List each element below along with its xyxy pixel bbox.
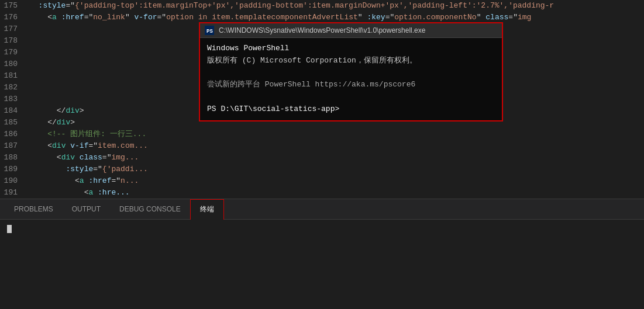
code-line-188: 188 <div class="img... (0, 152, 644, 164)
line-number: 178 (0, 35, 23, 47)
line-content: <div v-if="item.com... (23, 140, 644, 152)
line-number: 188 (0, 152, 23, 164)
line-content: :style="{'padding-top':item.marginTop+'p… (23, 0, 644, 12)
code-line-176: 176 <a :href="no_link" v-for="option in … (0, 12, 644, 23)
bottom-panel: PROBLEMS OUTPUT DEBUG CONSOLE 终端 (0, 199, 644, 309)
line-number: 184 (0, 105, 23, 117)
line-number: 191 (0, 187, 23, 199)
ps-line-3 (207, 67, 495, 79)
ps-copyright-text: 版权所有 (C) Microsoft Corporation，保留所有权利。 (207, 56, 417, 65)
powershell-popup[interactable]: PS C:\WINDOWS\Sysnative\WindowsPowerShel… (199, 22, 503, 121)
ps-line-2: 版权所有 (C) Microsoft Corporation，保留所有权利。 (207, 55, 495, 67)
powershell-icon: PS (205, 26, 214, 35)
line-number: 186 (0, 129, 23, 140)
line-number: 183 (0, 93, 23, 105)
code-line-187: 187 <div v-if="item.com... (0, 140, 644, 152)
tab-problems[interactable]: PROBLEMS (5, 199, 63, 220)
powershell-content: Windows PowerShell 版权所有 (C) Microsoft Co… (200, 38, 502, 120)
code-line-186: 186 <!-- 图片组件: 一行三... (0, 129, 644, 140)
svg-text:PS: PS (206, 29, 213, 34)
line-content: <div class="img... (23, 152, 644, 164)
tab-output[interactable]: OUTPUT (63, 199, 110, 220)
line-number: 179 (0, 47, 23, 58)
tab-debug-console[interactable]: DEBUG CONSOLE (110, 199, 190, 220)
line-content: <a :href="no_link" v-for="option in item… (23, 12, 644, 23)
line-number: 180 (0, 58, 23, 70)
line-number: 176 (0, 12, 23, 23)
code-line-189: 189 :style="{'paddi... (0, 164, 644, 175)
ps-line-5 (207, 91, 495, 103)
code-line-191: 191 <a :hre... (0, 187, 644, 199)
line-number: 190 (0, 175, 23, 187)
line-number: 175 (0, 0, 23, 12)
line-number: 177 (0, 23, 23, 35)
panel-content (0, 220, 644, 309)
powershell-titlebar: PS C:\WINDOWS\Sysnative\WindowsPowerShel… (200, 23, 502, 38)
powershell-title-text: C:\WINDOWS\Sysnative\WindowsPowerShell\v… (219, 26, 425, 34)
line-content: <!-- 图片组件: 一行三... (23, 129, 644, 140)
ps-line-4: 尝试新的跨平台 PowerShell https://aka.ms/pscore… (207, 79, 495, 91)
terminal-cursor (7, 225, 12, 233)
line-number: 182 (0, 82, 23, 93)
line-number: 189 (0, 164, 23, 175)
line-number: 187 (0, 140, 23, 152)
line-number: 181 (0, 70, 23, 82)
line-number: 185 (0, 117, 23, 129)
line-content: <a :hre... (23, 187, 644, 199)
code-line-175: 175 :style="{'padding-top':item.marginTo… (0, 0, 644, 12)
ps-line-1: Windows PowerShell (207, 43, 495, 55)
ps-line-6: PS D:\GIT\social-statics-app> (207, 103, 495, 116)
line-content: :style="{'paddi... (23, 164, 644, 175)
panel-tabs: PROBLEMS OUTPUT DEBUG CONSOLE 终端 (0, 199, 644, 220)
tab-terminal[interactable]: 终端 (190, 199, 224, 220)
line-content: <a :href="n... (23, 175, 644, 187)
editor-area: 175 :style="{'padding-top':item.marginTo… (0, 0, 644, 199)
code-line-190: 190 <a :href="n... (0, 175, 644, 187)
